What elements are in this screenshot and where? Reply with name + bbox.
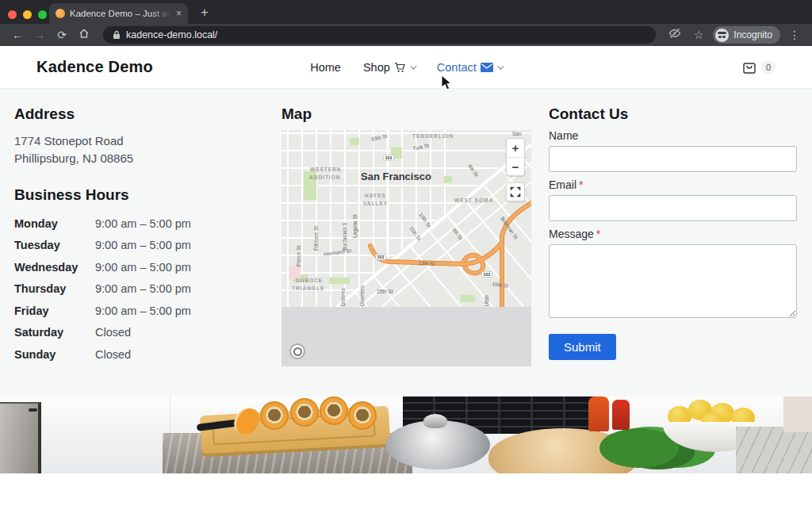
nav-contact-label: Contact: [437, 61, 477, 74]
email-label-text: Email: [549, 178, 576, 191]
photo-fruit: [290, 398, 319, 427]
map-widget: San FranciscoTENDERLOINWESTERNADDITIONHA…: [282, 130, 531, 366]
site-favicon-icon: [56, 9, 65, 18]
shopping-bag-icon: [742, 59, 756, 75]
hours-row: Wednesday9:00 am – 5:00 pm: [14, 261, 272, 274]
required-asterisk: *: [596, 228, 600, 240]
address-line: Phillipsburg, NJ 08865: [14, 150, 272, 167]
browser-tab-strip: Kadence Demo – Just another × +: [0, 0, 812, 24]
hours-day: Thursday: [14, 282, 95, 295]
map-column: Map: [282, 89, 531, 366]
message-label: Message*: [549, 228, 797, 240]
message-field[interactable]: [549, 244, 797, 318]
forward-icon[interactable]: →: [30, 26, 49, 44]
lock-icon: [113, 30, 121, 40]
cart-count-badge: 0: [761, 60, 776, 75]
hours-time: 9:00 am – 5:00 pm: [95, 217, 191, 230]
refresh-icon[interactable]: ⟳: [52, 26, 71, 44]
address-line: 1774 Stonepot Road: [14, 132, 272, 150]
photo-fridge: [0, 402, 41, 473]
minimize-window-button[interactable]: [23, 10, 32, 19]
photo-shape: [29, 408, 37, 412]
name-label: Name: [549, 129, 797, 142]
site-logo[interactable]: Kadence Demo: [36, 58, 153, 76]
hours-row: SaturdayClosed: [14, 326, 272, 339]
expand-arrows-icon: [510, 186, 521, 197]
hours-time: 9:00 am – 5:00 pm: [95, 305, 191, 317]
address-column: Address 1774 Stonepot Road Phillipsburg,…: [14, 89, 272, 370]
email-label: Email*: [549, 178, 797, 191]
hours-row: Friday9:00 am – 5:00 pm: [14, 305, 272, 317]
hours-time: 9:00 am – 5:00 pm: [95, 239, 191, 251]
photo-fruit: [320, 396, 348, 425]
envelope-icon: [481, 63, 493, 72]
chevron-down-icon: [410, 63, 416, 69]
password-eye-off-icon[interactable]: [665, 26, 684, 44]
browser-menu-icon[interactable]: ⋮: [785, 26, 804, 44]
hours-time: 9:00 am – 5:00 pm: [95, 282, 191, 295]
photo-counter: [736, 427, 812, 473]
hours-row: Monday9:00 am – 5:00 pm: [14, 217, 272, 230]
nav-item-home[interactable]: Home: [310, 61, 341, 74]
photo-shape: [423, 414, 447, 428]
kitchen-photo: [0, 396, 812, 473]
close-window-button[interactable]: [8, 10, 17, 19]
incognito-badge: Incognito: [713, 26, 780, 44]
photo-shaker: [612, 400, 630, 430]
hours-time: 9:00 am – 5:00 pm: [95, 261, 191, 274]
url-text: kadence-demo.local/: [126, 29, 217, 40]
hours-day: Monday: [14, 217, 95, 230]
hours-row: Thursday9:00 am – 5:00 pm: [14, 282, 272, 295]
photo-fruit: [348, 401, 377, 430]
hours-day: Friday: [14, 305, 95, 317]
message-label-text: Message: [549, 228, 594, 240]
address-bar[interactable]: kadence-demo.local/: [103, 26, 656, 44]
footer-whitespace: [0, 473, 812, 521]
photo-fruit: [260, 401, 289, 430]
bookmark-star-icon[interactable]: ☆: [689, 26, 708, 44]
contact-us-heading: Contact Us: [549, 105, 797, 123]
required-asterisk: *: [579, 178, 583, 191]
back-icon[interactable]: ←: [8, 26, 27, 44]
home-icon[interactable]: [75, 26, 94, 44]
nav-item-contact[interactable]: Contact: [437, 61, 502, 74]
hours-row: Tuesday9:00 am – 5:00 pm: [14, 239, 272, 251]
photo-shape: [783, 396, 812, 432]
email-field[interactable]: [549, 195, 797, 221]
hours-time: Closed: [95, 348, 131, 361]
map-attribution-icon[interactable]: [289, 343, 305, 359]
hours-day: Tuesday: [14, 239, 95, 251]
zoom-in-button[interactable]: +: [507, 139, 524, 157]
incognito-label: Incognito: [733, 29, 772, 40]
main-navigation: Home Shop Contact: [310, 61, 502, 74]
hours-day: Sunday: [14, 348, 95, 361]
zoom-out-button[interactable]: −: [507, 157, 524, 175]
page-content: Address 1774 Stonepot Road Phillipsburg,…: [0, 89, 812, 396]
cart-icon: [394, 62, 406, 73]
map-zoom-controls: + −: [506, 138, 525, 176]
photo-shaker: [588, 396, 609, 431]
header-cart[interactable]: 0: [742, 59, 776, 75]
nav-home-label: Home: [310, 61, 341, 74]
browser-tab[interactable]: Kadence Demo – Just another ×: [49, 3, 188, 24]
macos-traffic-lights[interactable]: [8, 10, 47, 19]
browser-toolbar: ← → ⟳ kadence-demo.local/ ☆ Incognito ⋮: [0, 24, 812, 46]
site-header: Kadence Demo Home Shop Contact 0: [0, 46, 812, 89]
tab-title: Kadence Demo – Just another: [70, 9, 171, 18]
name-label-text: Name: [549, 129, 578, 142]
map-heading: Map: [282, 105, 531, 123]
contact-form-column: Contact Us Name Email* Message* Submit: [549, 89, 797, 360]
tab-close-icon[interactable]: ×: [176, 8, 182, 19]
new-tab-button[interactable]: +: [201, 5, 209, 24]
zoom-window-button[interactable]: [38, 10, 47, 19]
business-hours-heading: Business Hours: [14, 186, 272, 204]
name-field[interactable]: [549, 146, 797, 172]
hours-time: Closed: [95, 326, 131, 339]
chevron-down-icon: [497, 63, 504, 69]
map-canvas[interactable]: [282, 130, 531, 307]
submit-button[interactable]: Submit: [549, 334, 616, 360]
fullscreen-button[interactable]: [506, 182, 525, 201]
hours-day: Wednesday: [14, 261, 95, 274]
incognito-spy-icon: [715, 29, 729, 42]
nav-item-shop[interactable]: Shop: [363, 61, 415, 74]
